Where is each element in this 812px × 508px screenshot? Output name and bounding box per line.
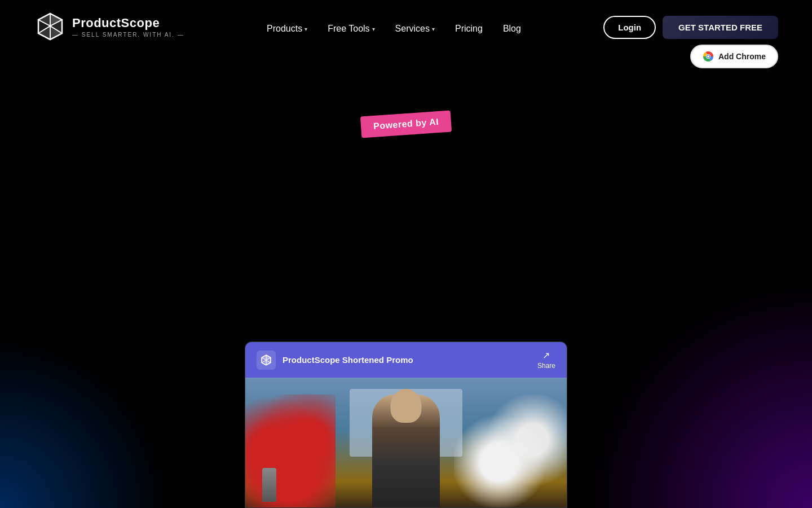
chrome-icon <box>703 51 714 62</box>
nav-pricing[interactable]: Pricing <box>447 20 491 37</box>
add-chrome-button[interactable]: Add Chrome <box>690 45 778 68</box>
share-icon: ↗ <box>542 350 550 361</box>
nav-links: Products ▾ Free Tools ▾ Services ▾ Prici… <box>259 20 529 37</box>
share-label: Share <box>537 362 555 370</box>
thumbnail-product-bottle <box>262 468 276 502</box>
video-thumbnail[interactable] <box>245 378 567 507</box>
logo-icon <box>34 10 67 43</box>
glow-left <box>0 339 169 508</box>
logo-tagline: — SELL SMARTER. WITH AI. — <box>72 32 184 38</box>
video-share-button[interactable]: ↗ Share <box>537 350 555 370</box>
video-header: ProductScope Shortened Promo ↗ Share <box>245 342 567 378</box>
chevron-down-icon: ▾ <box>372 26 375 32</box>
thumbnail-person <box>372 395 440 507</box>
navbar: ProductScope — SELL SMARTER. WITH AI. — … <box>0 0 812 68</box>
nav-products[interactable]: Products ▾ <box>259 20 315 37</box>
chevron-down-icon: ▾ <box>432 26 435 32</box>
nav-services[interactable]: Services ▾ <box>387 20 443 37</box>
nav-top-row: Login GET STARTED FREE <box>603 16 778 39</box>
video-title: ProductScope Shortened Promo <box>283 355 413 365</box>
nav-free-tools-label: Free Tools <box>328 24 369 34</box>
thumbnail-right-decor <box>454 395 567 507</box>
logo-text-area: ProductScope — SELL SMARTER. WITH AI. — <box>72 16 184 38</box>
powered-badge: Powered by AI <box>360 110 452 138</box>
nav-blog-label: Blog <box>503 24 521 34</box>
nav-pricing-label: Pricing <box>455 24 483 34</box>
nav-free-tools[interactable]: Free Tools ▾ <box>320 20 382 37</box>
nav-products-label: Products <box>267 24 302 34</box>
thumbnail-head <box>391 389 422 423</box>
logo-name: ProductScope <box>72 16 184 30</box>
video-container: ProductScope Shortened Promo ↗ Share <box>245 341 567 508</box>
nav-blog[interactable]: Blog <box>495 20 529 37</box>
login-button[interactable]: Login <box>603 16 656 39</box>
svg-point-11 <box>707 55 709 58</box>
glow-right <box>586 282 812 508</box>
logo[interactable]: ProductScope — SELL SMARTER. WITH AI. — <box>34 10 184 43</box>
video-logo-icon <box>257 351 276 370</box>
nav-services-label: Services <box>395 24 430 34</box>
video-header-left: ProductScope Shortened Promo <box>257 351 413 370</box>
nav-actions: Login GET STARTED FREE Add Chrome <box>603 16 778 68</box>
thumbnail-flowers <box>245 395 336 507</box>
get-started-button[interactable]: GET STARTED FREE <box>663 16 778 39</box>
hero-section: Powered by AI <box>0 68 812 135</box>
chevron-down-icon: ▾ <box>304 26 307 32</box>
add-chrome-label: Add Chrome <box>718 52 766 61</box>
video-section: ProductScope Shortened Promo ↗ Share <box>245 341 567 508</box>
thumbnail-scene <box>245 378 567 507</box>
